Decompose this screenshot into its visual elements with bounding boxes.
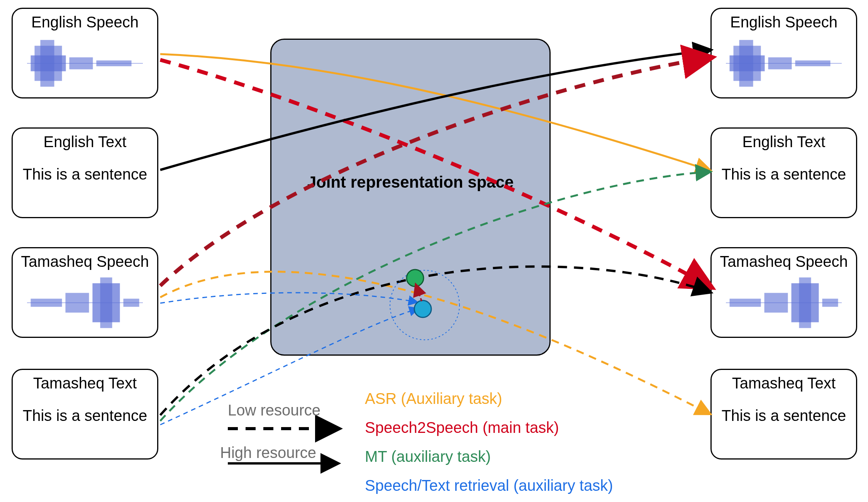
left-english-speech-box: English Speech (12, 8, 158, 98)
legend-retrieval: Speech/Text retrieval (auxiliary task) (365, 477, 613, 494)
svg-rect-19 (730, 299, 761, 307)
waveform-icon (718, 274, 849, 332)
right-tamasheq-text-example: This is a sentence (722, 407, 846, 424)
svg-rect-10 (100, 278, 112, 328)
joint-representation-space: Joint representation space (270, 39, 551, 356)
left-english-text-label: English Text (44, 133, 127, 150)
svg-rect-16 (768, 58, 792, 69)
legend-speech2speech: Speech2Speech (main task) (365, 419, 559, 436)
left-tamasheq-text-example: This is a sentence (23, 407, 147, 424)
right-tamasheq-text-box: Tamasheq Text This is a sentence (710, 369, 857, 460)
left-tamasheq-speech-box: Tamasheq Speech (12, 247, 158, 338)
legend-low-resource: Low resource (228, 402, 320, 419)
left-english-speech-label: English Speech (31, 14, 139, 31)
svg-rect-7 (31, 299, 62, 307)
svg-rect-17 (795, 61, 830, 66)
svg-rect-23 (822, 299, 838, 307)
right-english-speech-box: English Speech (710, 8, 857, 98)
waveform-icon (19, 34, 151, 92)
waveform-icon (19, 274, 151, 332)
right-tamasheq-text-label: Tamasheq Text (732, 375, 836, 392)
right-english-speech-label: English Speech (730, 14, 837, 31)
legend-asr: ASR (Auxiliary task) (365, 390, 502, 407)
waveform-icon (718, 34, 849, 92)
svg-rect-3 (41, 40, 54, 86)
left-tamasheq-text-box: Tamasheq Text This is a sentence (12, 369, 158, 460)
left-english-text-example: This is a sentence (23, 166, 147, 183)
svg-rect-22 (799, 278, 811, 328)
svg-rect-20 (765, 293, 788, 312)
left-tamasheq-speech-label: Tamasheq Speech (21, 253, 149, 270)
svg-rect-5 (97, 61, 131, 66)
legend-high-resource: High resource (220, 444, 316, 461)
svg-rect-15 (739, 40, 753, 86)
left-english-text-box: English Text This is a sentence (12, 127, 158, 218)
right-english-text-example: This is a sentence (722, 166, 846, 183)
svg-rect-8 (66, 293, 89, 312)
svg-rect-4 (70, 58, 93, 69)
legend-mt: MT (auxiliary task) (365, 448, 491, 465)
svg-rect-11 (124, 299, 139, 307)
right-english-text-box: English Text This is a sentence (710, 127, 857, 218)
joint-space-label: Joint representation space (271, 173, 549, 192)
left-tamasheq-text-label: Tamasheq Text (33, 375, 137, 392)
right-tamasheq-speech-label: Tamasheq Speech (720, 253, 848, 270)
right-tamasheq-speech-box: Tamasheq Speech (710, 247, 857, 338)
right-english-text-label: English Text (743, 133, 826, 150)
